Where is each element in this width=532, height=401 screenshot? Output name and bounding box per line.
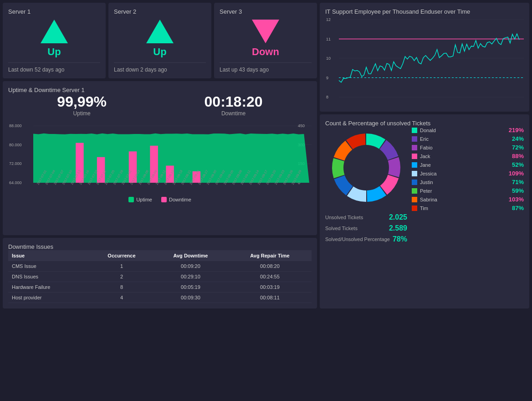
legend-downtime-dot xyxy=(161,197,167,202)
col-avg-downtime: Avg Downtime xyxy=(153,250,228,261)
count-content: Unsolved Tickets 2.025 Solved Tickets 2.… xyxy=(325,127,524,243)
downtime-issues-panel: Downtime Issues Issue Occurrence Avg Dow… xyxy=(3,238,317,308)
table-cell: 00:29:10 xyxy=(153,271,228,282)
solved-row: Solved Tickets 2.589 xyxy=(325,224,407,232)
downtime-issues-table: Issue Occurrence Avg Downtime Avg Repair… xyxy=(8,250,312,303)
legend-person-name: Eric xyxy=(420,136,509,142)
legend-person-row: Justin71% xyxy=(412,179,524,185)
server3-status: Down xyxy=(220,46,312,58)
legend-person-color xyxy=(412,162,417,168)
legend-person-row: Tim87% xyxy=(412,205,524,211)
col-issue: Issue xyxy=(8,250,90,261)
legend-person-color xyxy=(412,197,417,202)
uptime-value: 99,99% xyxy=(57,93,107,110)
server3-last-info: Last up 43 days ago xyxy=(220,62,312,73)
table-row: DNS Issues200:29:1000:24:55 xyxy=(8,271,312,282)
tickets-legend: Donald219%Eric24%Fabio72%Jack88%Jane52%J… xyxy=(412,127,524,243)
server1-icon-area xyxy=(8,20,100,43)
it-support-panel: IT Support Employee per Thousand Enduser… xyxy=(320,3,529,112)
table-cell: Host provider xyxy=(8,292,90,303)
legend-person-row: Eric24% xyxy=(412,135,524,142)
legend-person-row: Jack88% xyxy=(412,153,524,159)
legend-person-color xyxy=(412,154,417,159)
server2-title: Server 2 xyxy=(114,8,136,15)
legend-person-pct: 109% xyxy=(509,170,524,177)
legend-person-name: Justin xyxy=(420,180,509,185)
legend-person-color xyxy=(412,145,417,150)
it-support-chart xyxy=(325,15,524,102)
server1-title: Server 1 xyxy=(8,8,31,15)
col-occurrence: Occurrence xyxy=(90,250,153,261)
table-cell: 4 xyxy=(90,292,153,303)
server1-last-info: Last down 52 days ago xyxy=(8,62,100,73)
server1-status: Up xyxy=(8,46,100,58)
uptime-label: Uptime xyxy=(57,110,107,117)
table-row: Host provider400:09:3000:08:11 xyxy=(8,292,312,303)
legend-person-pct: 87% xyxy=(512,205,524,211)
table-cell: DNS Issues xyxy=(8,271,90,282)
legend-person-pct: 88% xyxy=(512,153,524,159)
table-cell: 00:08:20 xyxy=(228,261,312,272)
downtime-issues-title: Downtime Issues xyxy=(8,243,53,250)
server2-up-icon xyxy=(146,20,174,43)
legend-person-name: Peter xyxy=(420,188,509,194)
it-support-chart-area xyxy=(325,15,524,106)
table-cell: 2 xyxy=(90,271,153,282)
legend-downtime: Downtime xyxy=(161,197,191,202)
legend-person-pct: 219% xyxy=(509,127,524,134)
legend-uptime-dot xyxy=(128,197,134,202)
uptime-chart-area xyxy=(8,121,312,194)
it-support-title: IT Support Employee per Thousand Enduser… xyxy=(325,8,470,15)
legend-person-color xyxy=(412,206,417,211)
uptime-stat-downtime: 00:18:20 Downtime xyxy=(205,93,263,117)
legend-person-color xyxy=(412,180,417,185)
legend-uptime-label: Uptime xyxy=(136,197,152,202)
table-cell: 00:08:11 xyxy=(228,292,312,303)
legend-downtime-label: Downtime xyxy=(169,197,191,202)
table-cell: 00:03:19 xyxy=(228,282,312,292)
table-row: Hardware Failure800:05:1900:03:19 xyxy=(8,282,312,292)
table-cell: CMS Issue xyxy=(8,261,90,272)
server3-title: Server 3 xyxy=(220,8,242,15)
legend-person-name: Donald xyxy=(420,128,506,133)
uptime-stats: 99,99% Uptime 00:18:20 Downtime xyxy=(8,93,312,117)
summary-stats: Unsolved Tickets 2.025 Solved Tickets 2.… xyxy=(325,213,407,243)
legend-person-pct: 71% xyxy=(512,179,524,185)
solved-label: Solved Tickets xyxy=(325,226,358,231)
ratio-row: Solved/Unsolved Percentage 78% xyxy=(325,235,407,243)
legend-person-color xyxy=(412,188,417,194)
server3-down-icon xyxy=(252,20,279,43)
legend-person-row: Peter59% xyxy=(412,187,524,194)
server3-icon-area xyxy=(220,20,312,43)
downtime-table-body: CMS Issue100:09:2000:08:20DNS Issues200:… xyxy=(8,261,312,303)
legend-person-row: Jane52% xyxy=(412,161,524,168)
unsolved-label: Unsolved Tickets xyxy=(325,215,363,220)
server-cards-row: Server 1 Up Last down 52 days ago Server… xyxy=(3,3,317,78)
server2-card: Server 2 Up Last down 2 days ago xyxy=(108,3,211,78)
table-cell: 00:09:20 xyxy=(153,261,228,272)
server1-up-icon xyxy=(41,20,68,43)
legend-person-name: Fabio xyxy=(420,145,509,150)
legend-person-name: Jessica xyxy=(420,171,506,176)
table-row: CMS Issue100:09:2000:08:20 xyxy=(8,261,312,272)
server2-icon-area xyxy=(114,20,206,43)
donut-area: Unsolved Tickets 2.025 Solved Tickets 2.… xyxy=(325,127,407,243)
count-panel: Count & Percentage of unsolved Tickets U… xyxy=(320,114,529,308)
legend-person-row: Donald219% xyxy=(412,127,524,134)
donut-chart xyxy=(325,127,407,209)
legend-person-name: Tim xyxy=(420,206,509,211)
server3-card: Server 3 Down Last up 43 days ago xyxy=(214,3,317,78)
legend-person-row: Sabrina103% xyxy=(412,196,524,203)
downtime-label: Downtime xyxy=(205,110,263,117)
downtime-value: 00:18:20 xyxy=(205,93,263,110)
solved-value: 2.589 xyxy=(389,224,407,232)
table-cell: 00:05:19 xyxy=(153,282,228,292)
legend-person-color xyxy=(412,128,417,133)
legend-person-name: Sabrina xyxy=(420,197,506,202)
legend-person-row: Fabio72% xyxy=(412,144,524,151)
right-column: IT Support Employee per Thousand Enduser… xyxy=(320,3,529,308)
legend-person-color xyxy=(412,171,417,176)
ratio-value: 78% xyxy=(393,235,407,243)
uptime-panel: Uptime & Downtime Server 1 99,99% Uptime… xyxy=(3,81,317,235)
table-header-row: Issue Occurrence Avg Downtime Avg Repair… xyxy=(8,250,312,261)
